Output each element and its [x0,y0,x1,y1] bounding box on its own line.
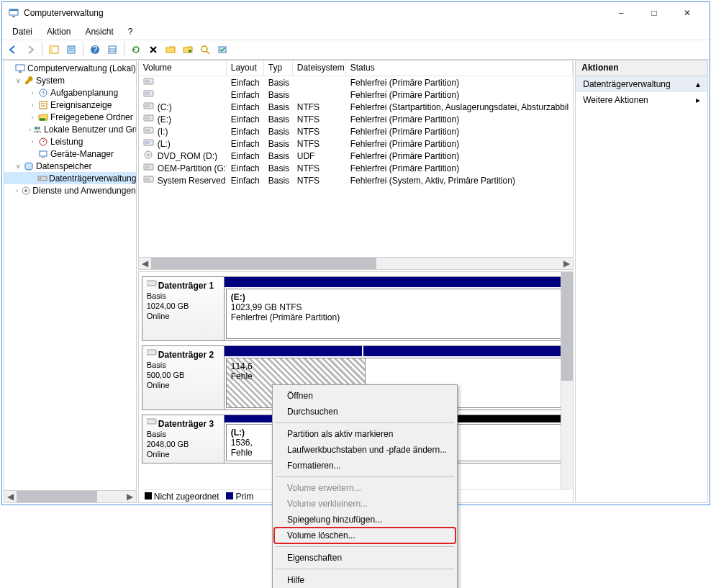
volume-row[interactable]: (I:)EinfachBasisNTFSFehlerfrei (Primäre … [139,125,574,137]
storage-icon [23,160,35,172]
tree-disk-management[interactable]: Datenträgerverwaltung [4,172,136,184]
tree-root[interactable]: Computerverwaltung (Lokal) [4,62,136,74]
cm-mark-active[interactable]: Partition als aktiv markieren [274,426,456,442]
navigation-tree-panel: Computerverwaltung (Lokal) ∨ System › Au… [4,60,137,503]
volume-list-horizontal-scrollbar[interactable]: ◀ ▶ [139,257,574,269]
tree-horizontal-scrollbar[interactable]: ◀ ▶ [4,490,136,502]
tree-label: System [36,76,65,86]
tree-label: Dienste und Anwendungen [32,186,135,196]
actions-panel: Aktionen Datenträgerverwaltung ▴ Weitere… [575,60,708,503]
menu-help[interactable]: ? [122,25,139,38]
volume-row[interactable]: (C:)EinfachBasisNTFSFehlerfrei (Startpar… [139,101,574,113]
svg-rect-5 [68,46,75,53]
legend-primary: Prim [235,492,253,502]
col-layout[interactable]: Layout [227,60,264,76]
volume-row[interactable]: EinfachBasisFehlerfrei (Primäre Partitio… [139,89,574,101]
tree-system[interactable]: ∨ System [4,74,136,86]
find-button[interactable] [197,42,213,58]
list-button[interactable] [104,42,120,58]
tree-event-viewer[interactable]: › Ereignisanzeige [4,99,136,111]
svg-rect-44 [145,129,150,132]
refresh-button[interactable] [128,42,144,58]
help-button[interactable]: ? [87,42,103,58]
cm-browse[interactable]: Durchsuchen [274,404,456,420]
svg-rect-29 [42,157,45,158]
svg-rect-18 [19,71,22,73]
volume-list: Volume Layout Typ Dateisystem Status Ein… [138,60,574,270]
svg-point-34 [24,189,27,192]
menu-file[interactable]: Datei [6,25,38,38]
cm-change-letter[interactable]: Laufwerkbuchstaben und -pfade ändern... [274,442,456,458]
cm-format[interactable]: Formatieren... [274,458,456,474]
disk-block: Datenträger 1Basis1024,00 GBOnline(E:)10… [142,276,571,341]
col-volume[interactable]: Volume [139,60,227,76]
actions-more[interactable]: Weitere Aktionen ▸ [576,92,707,108]
cm-properties[interactable]: Eigenschaften [274,550,456,566]
tree-label: Ereignisanzeige [50,100,112,110]
svg-rect-10 [109,46,116,53]
svg-rect-20 [40,101,47,109]
cm-open[interactable]: Öffnen [274,388,456,404]
volume-row[interactable]: DVD_ROM (D:)EinfachBasisUDFFehlerfrei (P… [139,150,574,162]
svg-point-14 [201,46,207,52]
menu-action[interactable]: Aktion [41,25,76,38]
tree-task-scheduler[interactable]: › Aufgabenplanung [4,86,136,99]
col-status[interactable]: Status [346,60,574,76]
show-hide-tree-button[interactable] [46,42,62,58]
cm-delete-volume[interactable]: Volume löschen... [274,528,456,543]
graphical-vertical-scrollbar[interactable] [561,272,573,489]
svg-point-48 [147,154,149,156]
tree-shared-folders[interactable]: › Freigegebene Ordner [4,111,136,123]
toolbar: ? [2,40,710,60]
col-fs[interactable]: Dateisystem [293,60,346,76]
volume-row[interactable]: OEM-Partition (G:)EinfachBasisNTFSFehler… [139,162,574,174]
cm-help[interactable]: Hilfe [274,572,456,588]
nav-back-button[interactable] [5,42,21,58]
maximize-button[interactable]: □ [638,2,671,24]
wrench-icon [23,75,35,86]
legend-unallocated: Nicht zugeordnet [154,492,219,502]
nav-forward-button[interactable] [22,42,38,58]
svg-point-23 [40,118,42,121]
volume-row[interactable]: System ReservedEinfachBasisNTFSFehlerfre… [139,174,574,186]
tree-services[interactable]: › Dienste und Anwendungen [4,184,136,196]
menu-view[interactable]: Ansicht [79,25,119,38]
svg-point-13 [189,50,191,53]
partition[interactable]: (E:)1023,99 GB NTFSFehlerfrei (Primäre P… [227,289,568,338]
volume-row[interactable]: (E:)EinfachBasisNTFSFehlerfrei (Primäre … [139,113,574,125]
tree-storage[interactable]: ∨ Datenspeicher [4,160,136,172]
cm-shrink: Volume verkleinern... [274,496,456,512]
svg-point-26 [37,127,40,130]
volume-row[interactable]: EinfachBasisFehlerfrei (Primäre Partitio… [139,76,574,89]
col-type[interactable]: Typ [264,60,293,76]
svg-rect-2 [12,16,15,17]
services-icon [21,185,31,196]
action-button[interactable] [214,42,230,58]
clock-icon [37,87,49,99]
tree-performance[interactable]: › Leistung [4,135,136,148]
svg-rect-52 [145,178,150,181]
minimize-button[interactable]: – [604,2,638,24]
tree-label: Leistung [50,137,83,147]
folder1-button[interactable] [163,42,178,58]
computer-icon [14,63,26,74]
event-icon [37,99,49,111]
properties-button[interactable] [63,42,79,58]
drive-icon [143,77,155,86]
delete-button[interactable] [145,42,161,58]
tree-label: Freigegebene Ordner [50,112,133,122]
volume-context-menu: Öffnen Durchsuchen Partition als aktiv m… [272,384,458,588]
cm-mirror[interactable]: Spiegelung hinzufügen... [274,512,456,528]
actions-header: Aktionen [576,60,707,76]
svg-rect-53 [147,281,156,286]
close-button[interactable]: ✕ [671,2,704,24]
actions-diskmgmt[interactable]: Datenträgerverwaltung ▴ [576,76,707,92]
device-icon [37,148,49,160]
shared-folder-icon [37,112,49,123]
menu-bar: Datei Aktion Ansicht ? [2,24,710,40]
disk-icon [147,281,158,291]
folder2-button[interactable] [180,42,196,58]
volume-row[interactable]: (L:)EinfachBasisNTFSFehlerfrei (Primäre … [139,137,574,150]
tree-device-manager[interactable]: Geräte-Manager [4,148,136,160]
tree-local-users[interactable]: › Lokale Benutzer und Gruppen [4,123,136,135]
